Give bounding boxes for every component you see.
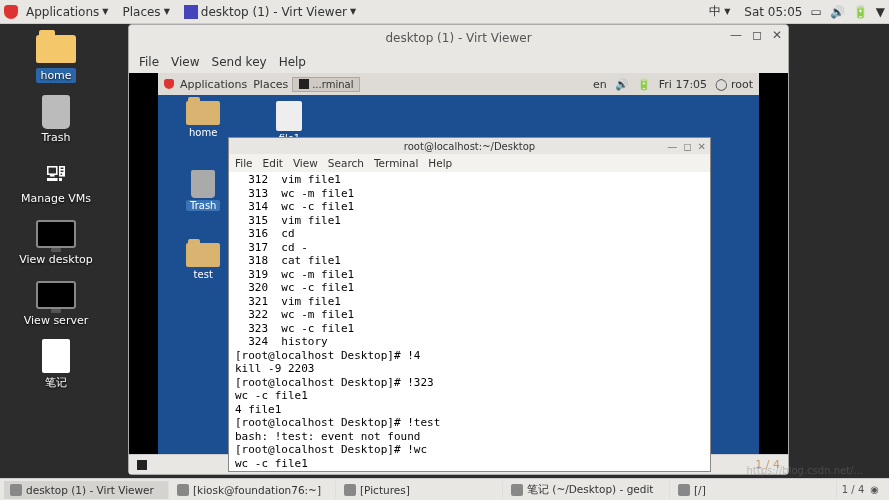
- term-file-menu[interactable]: File: [235, 157, 253, 169]
- close-button[interactable]: ✕: [772, 28, 782, 42]
- guest-lang-indicator[interactable]: en: [593, 78, 607, 91]
- host-desktop: home Trash 🖳Manage VMs View desktop View…: [0, 24, 889, 478]
- term-terminal-menu[interactable]: Terminal: [374, 157, 418, 169]
- files-task-icon: [344, 484, 356, 496]
- view-desktop-icon[interactable]: View desktop: [16, 217, 96, 266]
- host-top-panel: Applications▼ Places▼ desktop (1) - Virt…: [0, 0, 889, 24]
- active-app-menu[interactable]: desktop (1) - Virt Viewer▼: [178, 3, 362, 21]
- ime-indicator[interactable]: 中▼: [703, 1, 736, 22]
- term-search-menu[interactable]: Search: [328, 157, 364, 169]
- battery-icon[interactable]: 🔋: [853, 5, 868, 19]
- virt-viewer-window: desktop (1) - Virt Viewer — ◻ ✕ File Vie…: [128, 24, 789, 475]
- taskbar-item-pictures[interactable]: [Pictures]: [338, 481, 503, 499]
- view-server-icon[interactable]: View server: [16, 278, 96, 327]
- guest-clock[interactable]: Fri 17:05: [659, 78, 707, 91]
- fedora-logo-icon: [4, 5, 18, 19]
- virt-window-title[interactable]: desktop (1) - Virt Viewer — ◻ ✕: [129, 25, 788, 51]
- taskbar-item-virtviewer[interactable]: desktop (1) - Virt Viewer: [4, 481, 169, 499]
- terminal-task-icon: [177, 484, 189, 496]
- workspace-switcher-icon[interactable]: ◉: [870, 484, 879, 495]
- guest-screen: Applications Places ...rminal en 🔊 🔋 Fri…: [129, 73, 788, 454]
- gedit-task-icon: [511, 484, 523, 496]
- manage-vms-icon[interactable]: 🖳Manage VMs: [16, 156, 96, 205]
- terminal-output[interactable]: 312 vim file1 313 wc -m file1 314 wc -c …: [229, 172, 710, 471]
- guest-top-panel: Applications Places ...rminal en 🔊 🔋 Fri…: [158, 73, 759, 95]
- screen-icon[interactable]: ▭: [810, 5, 821, 19]
- applications-menu[interactable]: Applications▼: [20, 3, 114, 21]
- sendkey-menu[interactable]: Send key: [212, 55, 267, 69]
- files-root-task-icon: [678, 484, 690, 496]
- maximize-button[interactable]: ◻: [752, 28, 762, 42]
- terminal-close-button[interactable]: ✕: [698, 141, 706, 152]
- virt-viewer-icon: [184, 5, 198, 19]
- terminal-titlebar[interactable]: root@localhost:~/Desktop — ◻ ✕: [229, 138, 710, 154]
- guest-volume-icon[interactable]: 🔊: [615, 78, 629, 91]
- home-folder-icon[interactable]: home: [16, 32, 96, 83]
- minimize-button[interactable]: —: [730, 28, 742, 42]
- workspace-indicator[interactable]: 1 / 4: [842, 484, 864, 495]
- virtviewer-task-icon: [10, 484, 22, 496]
- system-menu-arrow[interactable]: ▼: [876, 5, 885, 19]
- places-menu[interactable]: Places▼: [116, 3, 175, 21]
- trash-icon[interactable]: Trash: [16, 95, 96, 144]
- guest-logo-icon: [164, 79, 174, 89]
- virt-title-text: desktop (1) - Virt Viewer: [385, 31, 531, 45]
- file-menu[interactable]: File: [139, 55, 159, 69]
- terminal-window: root@localhost:~/Desktop — ◻ ✕ File Edit…: [228, 137, 711, 472]
- guest-test-folder-icon[interactable]: test: [186, 243, 220, 280]
- virt-menubar: File View Send key Help: [129, 51, 788, 73]
- virt-page-indicator: 1 / 4: [755, 458, 780, 471]
- term-help-menu[interactable]: Help: [428, 157, 452, 169]
- guest-user-menu[interactable]: ◯ root: [715, 78, 753, 91]
- volume-icon[interactable]: 🔊: [830, 5, 845, 19]
- term-edit-menu[interactable]: Edit: [263, 157, 283, 169]
- view-menu[interactable]: View: [171, 55, 199, 69]
- guest-trash-icon[interactable]: Trash: [186, 170, 220, 211]
- guest-home-icon[interactable]: home: [186, 101, 220, 138]
- taskbar-item-terminal[interactable]: [kiosk@foundation76:~]: [171, 481, 336, 499]
- terminal-title-text: root@localhost:~/Desktop: [404, 141, 535, 152]
- guest-battery-icon[interactable]: 🔋: [637, 78, 651, 91]
- help-menu[interactable]: Help: [279, 55, 306, 69]
- guest-desktop[interactable]: Applications Places ...rminal en 🔊 🔋 Fri…: [158, 73, 759, 454]
- terminal-minimize-button[interactable]: —: [667, 141, 677, 152]
- guest-places-menu[interactable]: Places: [253, 78, 288, 91]
- status-terminal-icon: [137, 460, 147, 470]
- terminal-menubar: File Edit View Search Terminal Help: [229, 154, 710, 172]
- taskbar-item-root[interactable]: [/]: [672, 481, 837, 499]
- taskbar-item-gedit[interactable]: 笔记 (~/Desktop) - gedit: [505, 481, 670, 499]
- guest-terminal-taskbutton[interactable]: ...rminal: [292, 77, 360, 92]
- guest-applications-menu[interactable]: Applications: [180, 78, 247, 91]
- notes-file-icon[interactable]: 笔记: [16, 339, 96, 390]
- terminal-icon: [299, 79, 309, 89]
- clock[interactable]: Sat 05:05: [744, 5, 802, 19]
- host-taskbar: desktop (1) - Virt Viewer [kiosk@foundat…: [0, 478, 889, 500]
- term-view-menu[interactable]: View: [293, 157, 318, 169]
- terminal-maximize-button[interactable]: ◻: [683, 141, 691, 152]
